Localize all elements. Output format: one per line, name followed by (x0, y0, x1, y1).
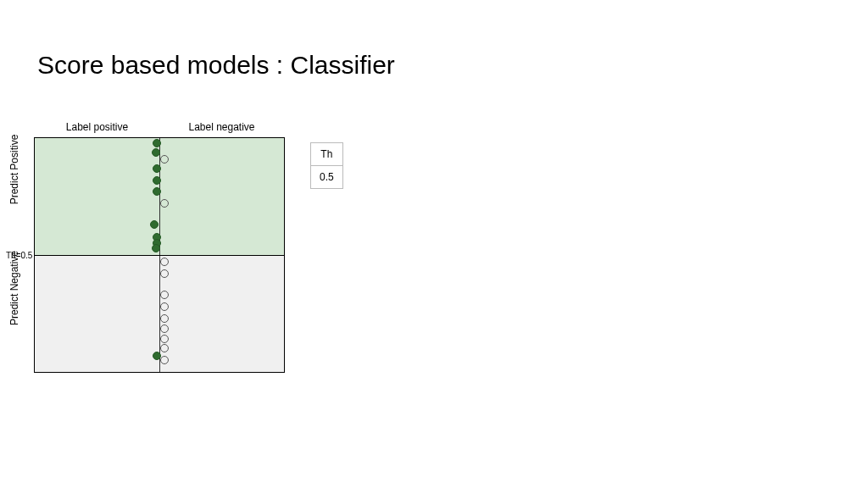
data-point (160, 291, 169, 299)
data-point (160, 155, 169, 164)
page-title: Score based models : Classifier (37, 51, 395, 80)
column-label-positive: Label positive (35, 121, 159, 133)
data-point (152, 244, 160, 252)
data-point (160, 314, 169, 323)
data-point (160, 258, 169, 266)
data-point (153, 187, 161, 196)
data-point (153, 176, 161, 185)
data-point (160, 269, 169, 278)
data-point (150, 220, 159, 229)
data-point (160, 302, 169, 311)
data-point (153, 139, 161, 147)
threshold-marker-label: Th=0.5 (6, 251, 32, 260)
data-point (160, 356, 169, 364)
row-label-positive: Predict Positive (8, 110, 20, 229)
threshold-table: Th 0.5 (310, 142, 343, 189)
threshold-table-header: Th (311, 143, 342, 166)
data-point (160, 344, 169, 352)
row-label-negative: Predict Negative (8, 229, 20, 347)
classifier-chart: Label positive Label negative Predict Po… (34, 137, 285, 373)
column-label-negative: Label negative (159, 121, 284, 133)
data-point (160, 199, 169, 208)
threshold-line (35, 255, 284, 256)
data-point (160, 335, 169, 343)
threshold-table-value: 0.5 (311, 166, 342, 188)
data-point (160, 324, 169, 333)
data-point (152, 148, 160, 157)
data-point (153, 164, 161, 173)
